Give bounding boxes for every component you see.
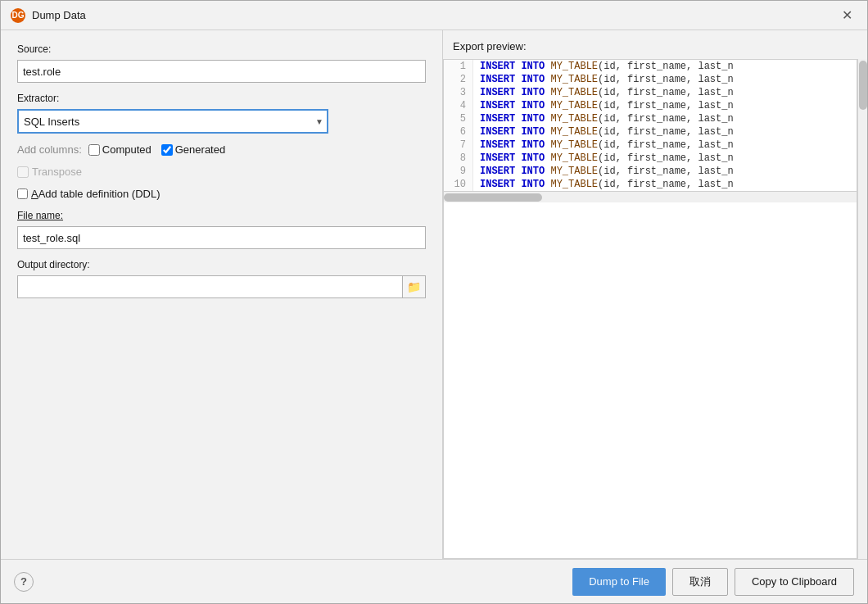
line-code: INSERT INTO MY_TABLE(id, first_name, las…: [473, 60, 857, 73]
horizontal-scrollbar[interactable]: [444, 191, 857, 202]
transpose-row: Transpose: [17, 166, 426, 178]
line-number: 8: [444, 152, 473, 165]
table-row: 10 INSERT INTO MY_TABLE(id, first_name, …: [444, 178, 857, 191]
browse-folder-button[interactable]: 📁: [403, 275, 426, 298]
line-code: INSERT INTO MY_TABLE(id, first_name, las…: [473, 152, 857, 165]
dialog-title: Dump Data: [32, 9, 86, 21]
add-columns-row: Add columns: Computed Generated: [17, 143, 426, 156]
line-code: INSERT INTO MY_TABLE(id, first_name, las…: [473, 139, 857, 152]
ddl-checkbox[interactable]: [17, 188, 28, 199]
line-number: 2: [444, 73, 473, 86]
dump-to-file-button[interactable]: Dump to File: [572, 568, 666, 596]
extractor-field-group: Extractor: SQL Inserts TSV CSV JSON XML …: [17, 93, 426, 134]
line-number: 1: [444, 60, 473, 73]
extractor-select-wrapper: SQL Inserts TSV CSV JSON XML ▼: [17, 109, 328, 134]
ddl-label[interactable]: AAdd table definition (DDL): [17, 188, 160, 200]
vertical-scrollbar[interactable]: [857, 59, 867, 559]
left-panel: Source: Extractor: SQL Inserts TSV CSV J…: [1, 30, 443, 559]
file-name-label: File name:: [17, 210, 426, 221]
table-row: 4 INSERT INTO MY_TABLE(id, first_name, l…: [444, 99, 857, 112]
computed-label[interactable]: Computed: [88, 143, 151, 156]
line-code: INSERT INTO MY_TABLE(id, first_name, las…: [473, 125, 857, 139]
line-code: INSERT INTO MY_TABLE(id, first_name, las…: [473, 178, 857, 191]
footer: ? Dump to File 取消 Copy to Clipboard: [1, 559, 867, 603]
ddl-row: AAdd table definition (DDL): [17, 188, 426, 200]
transpose-checkbox: [17, 166, 29, 178]
vertical-scrollbar-thumb: [859, 61, 867, 110]
line-number: 10: [444, 178, 473, 191]
table-row: 7 INSERT INTO MY_TABLE(id, first_name, l…: [444, 139, 857, 152]
copy-to-clipboard-button[interactable]: Copy to Clipboard: [735, 568, 854, 596]
extractor-select[interactable]: SQL Inserts TSV CSV JSON XML: [17, 109, 328, 134]
output-dir-input[interactable]: [17, 275, 403, 298]
output-dir-field-group: Output directory: 📁: [17, 259, 426, 298]
table-row: 6 INSERT INTO MY_TABLE(id, first_name, l…: [444, 125, 857, 139]
table-row: 2 INSERT INTO MY_TABLE(id, first_name, l…: [444, 73, 857, 86]
right-panel: Export preview: 1 INSERT INTO MY_TABLE(i…: [443, 30, 867, 559]
file-name-input[interactable]: [17, 226, 426, 249]
close-button[interactable]: ✕: [837, 7, 857, 24]
line-code: INSERT INTO MY_TABLE(id, first_name, las…: [473, 165, 857, 178]
line-number: 7: [444, 139, 473, 152]
cancel-button[interactable]: 取消: [672, 568, 728, 596]
source-field-group: Source:: [17, 43, 426, 83]
generated-label[interactable]: Generated: [161, 143, 225, 156]
table-row: 8 INSERT INTO MY_TABLE(id, first_name, l…: [444, 152, 857, 165]
source-input[interactable]: [17, 60, 426, 83]
dialog-content: Source: Extractor: SQL Inserts TSV CSV J…: [1, 30, 867, 559]
line-number: 9: [444, 165, 473, 178]
line-code: INSERT INTO MY_TABLE(id, first_name, las…: [473, 112, 857, 125]
line-code: INSERT INTO MY_TABLE(id, first_name, las…: [473, 73, 857, 86]
table-row: 5 INSERT INTO MY_TABLE(id, first_name, l…: [444, 112, 857, 125]
table-row: 9 INSERT INTO MY_TABLE(id, first_name, l…: [444, 165, 857, 178]
line-number: 3: [444, 86, 473, 99]
question-mark-icon: ?: [20, 575, 27, 588]
output-dir-row: 📁: [17, 275, 426, 298]
footer-right: Dump to File 取消 Copy to Clipboard: [572, 568, 854, 596]
footer-left: ?: [14, 572, 34, 592]
scrollbar-thumb: [444, 193, 542, 202]
output-dir-label: Output directory:: [17, 259, 426, 270]
dump-data-dialog: DG Dump Data ✕ Source: Extractor: SQL In…: [0, 0, 868, 604]
source-label: Source:: [17, 43, 426, 55]
add-columns-label: Add columns:: [17, 143, 82, 156]
folder-icon: 📁: [407, 280, 421, 293]
line-code: INSERT INTO MY_TABLE(id, first_name, las…: [473, 86, 857, 99]
export-preview-label: Export preview:: [443, 40, 867, 59]
code-lines: 1 INSERT INTO MY_TABLE(id, first_name, l…: [444, 60, 857, 191]
generated-checkbox[interactable]: [161, 144, 173, 156]
line-number: 5: [444, 112, 473, 125]
title-bar: DG Dump Data ✕: [1, 1, 867, 30]
table-row: 1 INSERT INTO MY_TABLE(id, first_name, l…: [444, 60, 857, 73]
table-row: 3 INSERT INTO MY_TABLE(id, first_name, l…: [444, 86, 857, 99]
line-number: 6: [444, 125, 473, 139]
computed-checkbox[interactable]: [88, 144, 100, 156]
transpose-label: Transpose: [17, 166, 82, 178]
line-number: 4: [444, 99, 473, 112]
help-button[interactable]: ?: [14, 572, 34, 592]
line-code: INSERT INTO MY_TABLE(id, first_name, las…: [473, 99, 857, 112]
app-logo: DG: [11, 8, 25, 23]
title-bar-left: DG Dump Data: [11, 8, 86, 23]
extractor-label: Extractor:: [17, 93, 426, 104]
file-name-field-group: File name:: [17, 210, 426, 249]
code-preview[interactable]: 1 INSERT INTO MY_TABLE(id, first_name, l…: [443, 59, 857, 559]
